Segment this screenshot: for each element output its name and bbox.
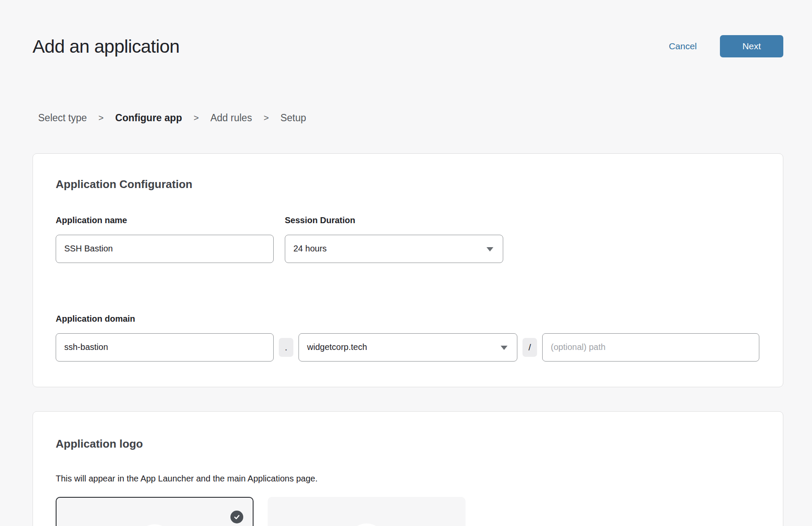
session-duration-value: 24 hours bbox=[293, 244, 327, 254]
domain-select-value: widgetcorp.tech bbox=[307, 342, 367, 352]
header-actions: Cancel Next bbox=[666, 35, 783, 57]
session-duration-label: Session Duration bbox=[285, 215, 503, 225]
page-header: Add an application Cancel Next bbox=[33, 0, 783, 71]
subdomain-input[interactable] bbox=[56, 333, 274, 362]
breadcrumb-separator: > bbox=[194, 112, 199, 123]
step-add-rules[interactable]: Add rules bbox=[210, 112, 252, 123]
application-logo-card: Application logo This will appear in the… bbox=[33, 411, 783, 526]
application-domain-label: Application domain bbox=[56, 314, 760, 324]
logo-option-default[interactable] bbox=[56, 497, 254, 526]
logo-heading: Application logo bbox=[56, 412, 760, 451]
dot-separator: . bbox=[279, 338, 293, 357]
logo-options bbox=[56, 497, 760, 526]
path-input[interactable] bbox=[542, 333, 759, 362]
application-domain-row: . widgetcorp.tech / bbox=[56, 333, 760, 362]
step-select-type[interactable]: Select type bbox=[38, 112, 87, 123]
breadcrumb: Select type > Configure app > Add rules … bbox=[38, 112, 783, 123]
slash-separator: / bbox=[522, 338, 537, 357]
breadcrumb-separator: > bbox=[263, 112, 269, 123]
name-duration-row: Application name Session Duration 24 hou… bbox=[56, 215, 760, 263]
logo-description: This will appear in the App Launcher and… bbox=[56, 473, 760, 484]
chevron-down-icon bbox=[501, 346, 508, 350]
configuration-heading: Application Configuration bbox=[56, 154, 760, 191]
selected-badge bbox=[230, 511, 243, 523]
session-duration-select[interactable]: 24 hours bbox=[285, 235, 503, 263]
step-setup[interactable]: Setup bbox=[281, 112, 306, 123]
chevron-down-icon bbox=[487, 247, 493, 251]
application-name-label: Application name bbox=[56, 215, 274, 225]
application-configuration-card: Application Configuration Application na… bbox=[33, 153, 783, 387]
application-name-field-group: Application name bbox=[56, 215, 274, 263]
add-application-page: Add an application Cancel Next Select ty… bbox=[0, 0, 812, 526]
logo-option-custom[interactable] bbox=[268, 497, 466, 526]
default-logo-circle bbox=[136, 524, 173, 526]
session-duration-field-group: Session Duration 24 hours bbox=[285, 215, 503, 263]
breadcrumb-separator: > bbox=[99, 112, 104, 123]
page-title: Add an application bbox=[33, 34, 179, 59]
cancel-button[interactable]: Cancel bbox=[666, 41, 699, 52]
custom-logo-circle bbox=[348, 523, 385, 526]
application-name-input[interactable] bbox=[56, 235, 274, 263]
check-icon bbox=[233, 513, 241, 521]
next-button[interactable]: Next bbox=[720, 35, 783, 57]
domain-select[interactable]: widgetcorp.tech bbox=[299, 333, 517, 362]
step-configure-app[interactable]: Configure app bbox=[115, 112, 182, 123]
